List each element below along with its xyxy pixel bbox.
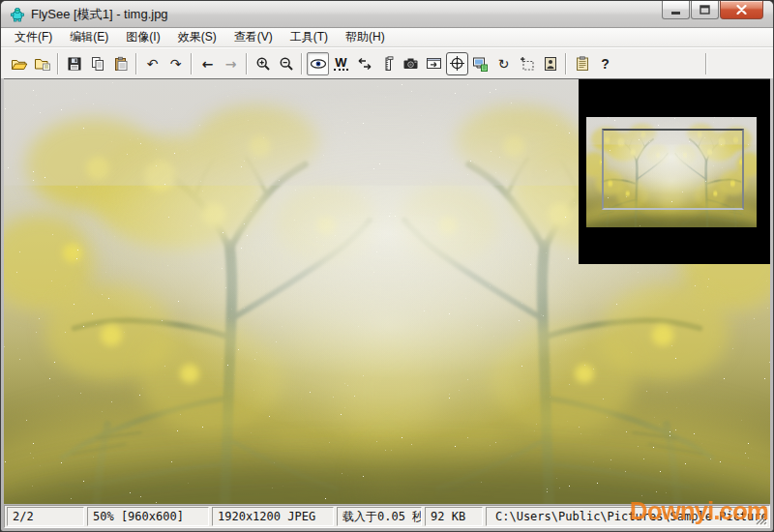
maximize-icon (700, 5, 710, 15)
toolbar-separator (565, 53, 567, 74)
navigator-toggle-button[interactable] (446, 52, 468, 75)
undo-icon: ↶ (147, 57, 159, 71)
zoom-in-button[interactable] (252, 52, 274, 75)
save-floppy-icon (67, 56, 82, 72)
save-button[interactable] (63, 52, 85, 75)
toolbar-separator (57, 53, 59, 74)
copy-icon (90, 56, 105, 72)
paste-button[interactable] (109, 52, 132, 75)
help-question-icon: ? (601, 56, 610, 72)
watermark-button[interactable]: W (330, 52, 352, 75)
forward-button[interactable]: → (220, 52, 242, 75)
maximize-button[interactable] (691, 1, 719, 19)
open-folder-icon (11, 56, 28, 72)
copy-button[interactable] (86, 52, 108, 75)
crosshair-target-icon (449, 55, 465, 72)
title-bar[interactable]: FlySee [模式1] - timg.jpg (1, 1, 773, 28)
resize-grip[interactable] (755, 513, 767, 525)
window-capture-button[interactable] (423, 52, 445, 75)
open-button[interactable] (8, 52, 30, 75)
file-path-text: C:\Users\Public\Pictures\Sample Pictures… (495, 510, 767, 523)
portrait-image-icon (543, 56, 558, 72)
portrait-view-button[interactable] (539, 52, 561, 75)
image-viewport (4, 78, 770, 504)
zoom-out-button[interactable] (275, 52, 297, 75)
eye-icon (310, 57, 327, 71)
status-load-time: 载入于0.05 秒 (337, 507, 422, 526)
forward-arrow-icon: → (225, 57, 237, 71)
close-button[interactable] (720, 1, 763, 19)
rotate-button[interactable]: ↻ (492, 52, 515, 75)
zoom-level-text: 50% [960x600] (93, 510, 184, 523)
menu-help[interactable]: 帮助(H) (337, 27, 394, 47)
redo-button[interactable]: ↷ (164, 52, 187, 75)
image-info-text: 1920x1200 JPEG (218, 510, 315, 523)
menu-image[interactable]: 图像(I) (117, 27, 168, 47)
browse-folder-icon (34, 56, 51, 72)
selection-box-icon (520, 56, 535, 72)
toolbar-separator (301, 53, 303, 74)
navigator-thumbnail[interactable] (586, 117, 757, 227)
window-title: FlySee [模式1] - timg.jpg (31, 6, 168, 23)
select-region-button[interactable] (516, 52, 538, 75)
help-button[interactable]: ? (594, 52, 616, 75)
browse-button[interactable] (31, 52, 53, 75)
rotate-icon: ↻ (498, 57, 510, 71)
preview-button[interactable] (307, 52, 329, 75)
watermark-w-icon: W (334, 56, 347, 72)
close-icon (736, 5, 747, 15)
status-zoom-level: 50% [960x600] (87, 507, 209, 526)
clipboard-notes-icon (575, 56, 590, 72)
status-file-path: C:\Users\Public\Pictures\Sample Pictures… (486, 507, 767, 526)
camera-capture-button[interactable] (400, 52, 422, 75)
undo-button[interactable]: ↶ (141, 52, 164, 75)
page-index-text: 2/2 (13, 510, 34, 523)
navigator-viewport-rect[interactable] (602, 129, 744, 210)
menu-tools[interactable]: 工具(T) (282, 27, 337, 47)
paste-clipboard-icon (113, 56, 129, 72)
zoom-in-icon (255, 56, 271, 72)
notes-button[interactable] (571, 52, 593, 75)
menu-effects[interactable]: 效果(S) (169, 27, 225, 47)
app-icon (10, 7, 25, 22)
toolbar-end-separator (705, 53, 707, 74)
load-time-text: 载入于0.05 秒 (342, 509, 422, 525)
menu-bar: 文件(F) 编辑(E) 图像(I) 效果(S) 查看(V) 工具(T) 帮助(H… (1, 28, 773, 47)
toolbar-separator (191, 53, 193, 74)
menu-file[interactable]: 文件(F) (6, 27, 61, 47)
minimize-button[interactable] (662, 1, 690, 19)
redo-icon: ↷ (170, 57, 182, 71)
toolbar-separator (246, 53, 248, 74)
back-button[interactable]: ← (196, 52, 219, 75)
app-window: FlySee [模式1] - timg.jpg 文件(F) 编辑 (0, 0, 774, 532)
toolbar-separator (135, 53, 137, 74)
menu-edit[interactable]: 编辑(E) (61, 27, 117, 47)
navigator-panel (579, 79, 770, 264)
zoom-out-icon (279, 56, 294, 72)
window-controls (662, 1, 763, 19)
status-page-index: 2/2 (7, 507, 84, 526)
resize-button[interactable] (353, 52, 375, 75)
back-arrow-icon: ← (202, 57, 214, 71)
status-bar: 2/2 50% [960x600] 1920x1200 JPEG 载入于0.05… (4, 505, 770, 528)
monitor-icon (472, 56, 489, 72)
status-file-size: 92 KB (425, 507, 483, 526)
window-arrow-icon (426, 56, 442, 71)
status-image-info: 1920x1200 JPEG (212, 507, 334, 526)
camera-icon (402, 56, 419, 71)
file-size-text: 92 KB (431, 510, 465, 523)
display-settings-button[interactable] (469, 52, 491, 75)
ruler-icon (380, 56, 396, 72)
menu-view[interactable]: 查看(V) (225, 27, 282, 47)
fit-resize-arrows-icon (357, 56, 372, 72)
measure-button[interactable] (376, 52, 399, 75)
toolbar: ↶ ↷ ← → (1, 47, 773, 78)
minimize-icon (671, 6, 681, 15)
